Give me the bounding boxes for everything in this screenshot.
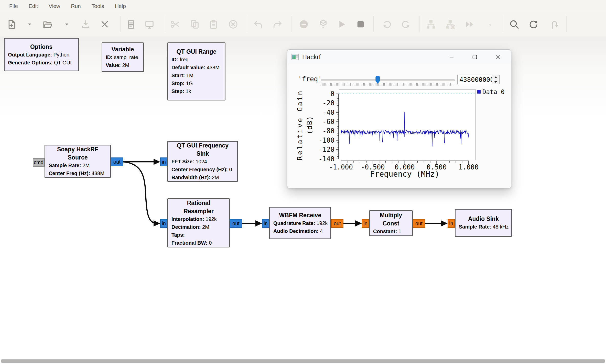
spinbox-up-button[interactable] <box>492 75 499 80</box>
legend-label[interactable]: Data 0 <box>482 88 505 96</box>
block-multiply-const[interactable]: Multiply Const Constant: 1 <box>369 210 413 236</box>
block-title: Audio Sink <box>456 215 511 223</box>
rotate-ccw-button[interactable] <box>379 17 395 32</box>
menu-view[interactable]: View <box>43 3 66 9</box>
port-in[interactable]: in <box>362 219 369 228</box>
freq-spinbox <box>457 75 500 84</box>
view-errors-button[interactable] <box>296 17 311 32</box>
port-in[interactable]: in <box>160 219 167 228</box>
flowgraph-properties-button[interactable] <box>123 17 139 32</box>
caret-down-icon <box>494 81 497 83</box>
port-out[interactable]: out <box>111 157 123 166</box>
y-tick-label: 0 <box>330 90 334 98</box>
monitor-icon <box>144 19 155 30</box>
toolbar-separator <box>120 16 121 32</box>
block-qt-gui-range[interactable]: QT GUI Range ID: freq Default Value: 438… <box>167 42 225 100</box>
block-wbfm-receive[interactable]: WBFM Receive Quadrature Rate: 192k Audio… <box>269 207 331 239</box>
open-flowgraph-button[interactable] <box>40 17 56 32</box>
hackrf-window-titlebar[interactable]: Hackrf <box>287 50 511 64</box>
port-out[interactable]: out <box>413 219 425 228</box>
bypass-block-button[interactable] <box>462 17 477 32</box>
legend-marker <box>477 90 481 94</box>
close-icon <box>495 54 501 60</box>
toolbar <box>0 12 606 36</box>
screen-capture-button[interactable] <box>142 17 157 32</box>
delete-button[interactable] <box>225 17 241 32</box>
block-param: Center Frequency (Hz): 0 <box>168 166 237 174</box>
block-soapy-hackrf-source[interactable]: Soapy HackRF Source Sample Rate: 2M Cent… <box>45 145 111 178</box>
disable-block-button[interactable] <box>442 17 458 32</box>
y-tick-label: -120 <box>318 146 334 153</box>
port-in[interactable]: in <box>262 219 269 228</box>
frequency-spectrum-plot[interactable]: Relative Gain(dB)0-20-40-60-80-100-120-1… <box>292 87 511 184</box>
block-param: Sample Rate: 2M <box>45 162 110 169</box>
grc-application-window: File Edit View Run Tools Help Options Ou… <box>0 0 606 364</box>
kill-flowgraph-button[interactable] <box>353 17 368 32</box>
block-param: Center Freq (Hz): 438M <box>45 169 110 177</box>
block-qt-gui-frequency-sink[interactable]: QT GUI Frequency Sink FFT Size: 1024 Cen… <box>167 141 238 182</box>
port-in[interactable]: in <box>448 219 455 228</box>
port-out[interactable]: out <box>230 219 242 228</box>
port-in[interactable]: in <box>160 157 167 166</box>
block-title: Variable <box>102 45 143 53</box>
reload-blocks-button[interactable] <box>526 17 541 32</box>
fast-forward-icon <box>464 19 475 30</box>
menu-tools[interactable]: Tools <box>86 3 110 9</box>
tiny-flag-icon <box>487 21 493 27</box>
block-variable[interactable]: Variable ID: samp_rate Value: 2M <box>102 42 144 72</box>
toolbar-separator <box>292 16 292 32</box>
undo-button[interactable] <box>251 17 266 32</box>
execute-flowgraph-button[interactable] <box>334 17 349 32</box>
maximize-button[interactable] <box>467 52 482 62</box>
enable-block-button[interactable] <box>423 17 439 32</box>
connection-warning-button[interactable] <box>482 17 498 32</box>
new-flowgraph-dropdown-button[interactable] <box>22 17 37 32</box>
save-flowgraph-button[interactable] <box>78 17 93 32</box>
block-audio-sink[interactable]: Audio Sink Sample Rate: 48 kHz <box>455 209 512 237</box>
find-block-button[interactable] <box>506 17 522 32</box>
freq-spinbox-input[interactable] <box>458 75 493 84</box>
open-flowgraph-dropdown-button[interactable] <box>59 17 74 32</box>
toolbar-separator <box>374 16 374 32</box>
port-out[interactable]: out <box>331 219 343 228</box>
block-title: QT GUI Frequency Sink <box>168 141 237 158</box>
horizontal-scrollbar[interactable] <box>1 359 605 363</box>
app-window-icon <box>291 54 299 60</box>
block-title: Soapy HackRF Source <box>45 145 110 162</box>
freq-slider-track[interactable] <box>321 79 455 81</box>
copy-button[interactable] <box>187 17 202 32</box>
menu-file[interactable]: File <box>4 3 23 9</box>
maximize-icon <box>472 54 478 60</box>
y-tick-label: -140 <box>318 155 334 163</box>
block-rational-resampler[interactable]: Rational Resampler Interpolation: 192k D… <box>167 198 230 247</box>
menu-help[interactable]: Help <box>110 3 131 9</box>
rotate-cw-icon <box>401 19 411 30</box>
close-tab-button[interactable] <box>97 17 112 32</box>
minimize-button[interactable] <box>444 52 459 62</box>
sitemap-x-icon <box>445 19 456 30</box>
paste-icon <box>208 19 219 30</box>
arc-down-icon <box>549 19 560 30</box>
toolbar-separator <box>165 16 165 32</box>
x-tick-label: 1.000 <box>459 163 479 171</box>
block-param: Interpolation: 192k <box>168 215 229 223</box>
block-options[interactable]: Options Output Language: Python Generate… <box>4 38 79 71</box>
paste-button[interactable] <box>206 17 221 32</box>
cube-down-icon <box>318 19 329 30</box>
y-tick-label: -20 <box>322 99 334 107</box>
menu-run[interactable]: Run <box>66 3 86 9</box>
new-flowgraph-button[interactable] <box>4 17 19 32</box>
spinbox-down-button[interactable] <box>492 79 499 84</box>
parser-errors-button[interactable] <box>547 17 562 32</box>
hackrf-window[interactable]: Hackrf 'freq' Relative Gain(dB)0-20-40-6… <box>287 49 511 188</box>
redo-button[interactable] <box>270 17 285 32</box>
cut-button[interactable] <box>167 17 183 32</box>
port-cmd-in[interactable]: cmd <box>33 158 45 167</box>
close-button[interactable] <box>491 52 506 62</box>
generate-flowgraph-button[interactable] <box>316 17 331 32</box>
toolbar-separator <box>503 16 503 32</box>
toolbar-separator <box>567 16 567 32</box>
block-param: Quadrature Rate: 192k <box>270 219 330 227</box>
rotate-cw-button[interactable] <box>398 17 414 32</box>
menu-edit[interactable]: Edit <box>23 3 43 9</box>
